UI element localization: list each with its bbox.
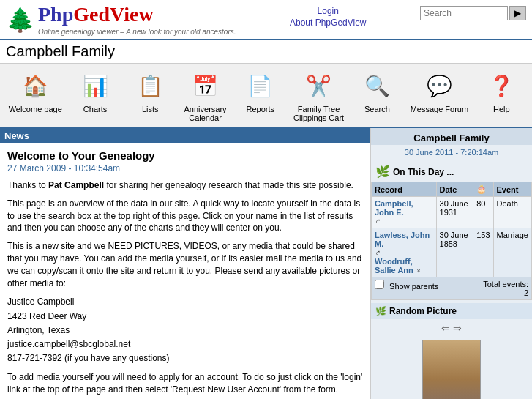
col-date: Date: [436, 182, 473, 197]
nav-label-anniversary: Anniversary Calendar: [184, 105, 227, 122]
nav-label-familytree: Family Tree Clippings Cart: [293, 105, 344, 122]
news-header: News: [0, 128, 370, 143]
familytree-icon: ✂️: [301, 68, 337, 103]
logo-php: Php: [38, 3, 73, 26]
event-type-2: Marriage: [493, 228, 531, 277]
news-paragraph-2: This page is an overview of the data in …: [7, 198, 363, 234]
right-panel: Campbell Family 30 June 2011 - 7:20:14am…: [371, 128, 532, 399]
event-date-2: 30 June 1858: [436, 228, 473, 277]
search-area: ▶: [420, 6, 526, 20]
random-picture-header: 🌿 Random Picture: [371, 303, 532, 319]
on-this-day-header: 🌿 On This Day ...: [371, 163, 532, 180]
nav-label-lists: Lists: [142, 105, 159, 113]
event-gender-2b: ♀: [416, 266, 422, 275]
address-line1: Justice Campbell: [7, 295, 363, 309]
title-bar: Campbell Family: [0, 39, 532, 64]
show-parents-row: Show parents Total events: 2: [372, 277, 532, 300]
logo-subtitle: Online genealogy viewer – A new look for…: [38, 28, 236, 36]
total-events: Total events: 2: [473, 277, 532, 300]
events-table: Record Date 🎂 Event Campbell, John E. ♂ …: [371, 182, 532, 300]
news-date: 27 March 2009 - 10:34:54am: [7, 163, 363, 174]
show-parents-cell: Show parents: [372, 277, 473, 300]
random-picture-image: [422, 340, 481, 399]
news-paragraph-3: This is a new site and we NEED PICTURES,…: [7, 240, 363, 289]
person-photo: [423, 340, 480, 399]
logo-area: 🌲 PhpGedView Online genealogy viewer – A…: [6, 3, 236, 36]
address-block: Justice Campbell 1423 Red Deer Way Arlin…: [7, 295, 363, 365]
address-line4: justice.campbell@sbcglobal.net: [7, 338, 363, 351]
reports-icon: 📄: [243, 68, 278, 103]
show-parents-checkbox[interactable]: [375, 280, 384, 289]
header-center: Login About PhpGedView: [290, 6, 367, 29]
nav-label-reports: Reports: [247, 105, 275, 113]
news-paragraph-4: To add media yourself you will need to a…: [7, 371, 363, 396]
welcome-icon: 🏠: [18, 68, 53, 103]
event-person-2: Lawless, John M. ♂ Woodruff, Sallie Ann …: [372, 228, 437, 277]
header: 🌲 PhpGedView Online genealogy viewer – A…: [0, 0, 532, 39]
prev-picture-button[interactable]: ⇐: [441, 322, 450, 334]
logo: 🌲 PhpGedView Online genealogy viewer – A…: [6, 3, 236, 36]
login-link[interactable]: Login: [290, 6, 367, 16]
event-gender-1: ♂: [375, 217, 381, 225]
paragraph1-name: Pat Campbell: [48, 180, 104, 190]
nav-label-help: Help: [493, 105, 510, 113]
event-age-1: 80: [473, 197, 493, 228]
nav-item-search[interactable]: 🔍 Search: [355, 68, 399, 113]
event-person-name-2a[interactable]: Lawless, John M.: [375, 231, 430, 248]
nav-item-charts[interactable]: 📊 Charts: [73, 68, 117, 113]
logo-tree-icon: 🌲: [6, 6, 35, 34]
right-panel-title: Campbell Family: [371, 128, 532, 145]
event-person-1: Campbell, John E. ♂: [372, 197, 437, 228]
show-parents-label[interactable]: Show parents: [389, 282, 438, 291]
help-icon: ❓: [484, 68, 519, 103]
event-age-2: 153: [473, 228, 493, 277]
news-body: Welcome to Your Genealogy 27 March 2009 …: [0, 143, 370, 399]
next-picture-button[interactable]: ⇒: [453, 322, 462, 334]
forum-icon: 💬: [422, 68, 457, 103]
event-date-1: 30 June 1931: [436, 197, 473, 228]
nav-item-anniversary[interactable]: 📅 Anniversary Calendar: [184, 68, 228, 122]
search-button[interactable]: ▶: [509, 6, 526, 20]
nav-label-welcome: Welcome page: [9, 105, 62, 113]
address-line2: 1423 Red Deer Way: [7, 310, 363, 324]
nav-label-forum: Message Forum: [411, 105, 468, 113]
random-picture-label: Random Picture: [389, 306, 457, 316]
about-link[interactable]: About PhpGedView: [290, 18, 367, 28]
col-record: Record: [372, 182, 437, 197]
paragraph1-after: for sharing her genealogy research that …: [104, 180, 353, 190]
address-line5: 817-721-7392 (if you have any questions): [7, 351, 363, 365]
random-pic-icon: 🌿: [375, 306, 386, 316]
col-age: 🎂: [473, 182, 493, 197]
paragraph1-before: Thanks to: [7, 180, 48, 190]
random-picture-nav: ⇐ ⇒: [371, 319, 532, 337]
col-event: Event: [493, 182, 531, 197]
nav-item-familytree[interactable]: ✂️ Family Tree Clippings Cart: [293, 68, 344, 122]
nav-item-welcome[interactable]: 🏠 Welcome page: [9, 68, 62, 113]
nav-label-search: Search: [364, 105, 390, 113]
on-this-day-icon: 🌿: [375, 165, 390, 179]
news-paragraph-1: Thanks to Pat Campbell for sharing her g…: [7, 179, 363, 192]
search-icon: 🔍: [359, 68, 394, 103]
event-row-1: Campbell, John E. ♂ 30 June 1931 80 Deat…: [372, 197, 532, 228]
nav-item-reports[interactable]: 📄 Reports: [239, 68, 282, 113]
nav-item-help[interactable]: ❓ Help: [479, 68, 523, 113]
event-person-name-2b[interactable]: Woodruff, Sallie Ann: [375, 257, 413, 275]
address-line3: Arlington, Texas: [7, 324, 363, 338]
lists-icon: 📋: [132, 68, 168, 103]
nav-item-forum[interactable]: 💬 Message Forum: [411, 68, 468, 113]
content: News Welcome to Your Genealogy 27 March …: [0, 128, 532, 399]
event-row-2: Lawless, John M. ♂ Woodruff, Sallie Ann …: [372, 228, 532, 277]
event-person-name-1[interactable]: Campbell, John E.: [375, 199, 413, 217]
on-this-day-label: On This Day ...: [393, 167, 454, 177]
nav-item-lists[interactable]: 📋 Lists: [128, 68, 172, 113]
news-headline: Welcome to Your Genealogy: [7, 149, 363, 162]
charts-icon: 📊: [78, 68, 113, 103]
event-type-1: Death: [493, 197, 531, 228]
logo-text: PhpGedView: [38, 3, 154, 26]
nav-label-charts: Charts: [83, 105, 107, 113]
search-input[interactable]: [420, 6, 508, 20]
page-title: Campbell Family: [6, 43, 526, 60]
left-panel: News Welcome to Your Genealogy 27 March …: [0, 128, 371, 399]
anniversary-icon: 📅: [188, 68, 223, 103]
event-gender-2a: ♂: [375, 248, 381, 257]
